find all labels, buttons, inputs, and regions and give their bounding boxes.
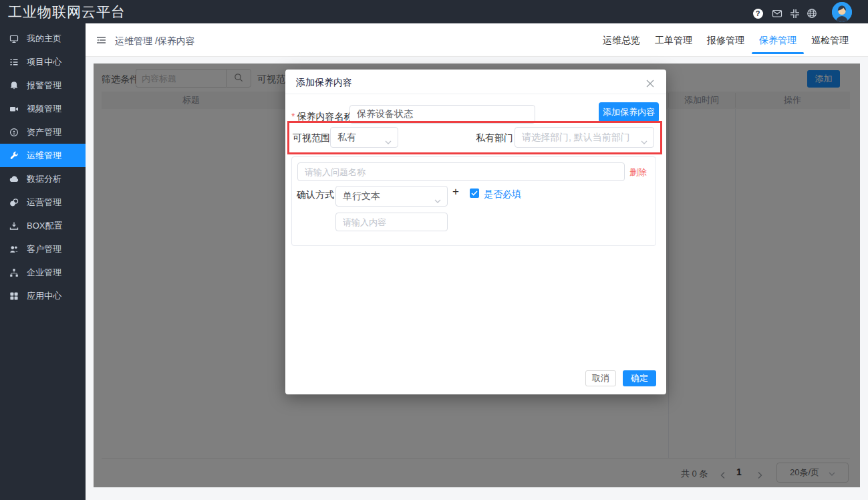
confirm-method-select[interactable]: 单行文本 (335, 186, 448, 207)
tab-ops-overview[interactable]: 运维总览 (595, 23, 647, 57)
sidebar-item-label: 资产管理 (27, 126, 61, 138)
confirm-method-label: 确认方式 (297, 189, 334, 201)
tab-inspection[interactable]: 巡检管理 (804, 23, 856, 57)
cancel-button[interactable]: 取消 (585, 370, 616, 386)
apps-icon (9, 291, 19, 301)
chevron-down-icon (434, 195, 441, 205)
sidebar-item-label: 运维管理 (27, 150, 61, 162)
visible-range-label: 可视范围 (293, 132, 330, 144)
bell-icon (9, 81, 19, 90)
sidebar-item-home[interactable]: 我的主页 (0, 27, 86, 50)
cloud-icon (9, 174, 19, 184)
nav-tabs: 运维总览 工单管理 报修管理 保养管理 巡检管理 (595, 23, 856, 57)
sidebar-item-label: 视频管理 (27, 103, 61, 115)
topbar: 工业物联网云平台 ? (0, 0, 868, 23)
wrench-icon (9, 151, 19, 160)
maintenance-name-input[interactable] (349, 105, 535, 124)
sidebar: 我的主页 项目中心 报警管理 视频管理 资产管理 运维管理 (0, 23, 86, 500)
compress-icon[interactable] (789, 8, 800, 19)
sidebar-item-label: 数据分析 (27, 173, 61, 185)
maintenance-name-label-text: 保养内容名称 (297, 111, 353, 122)
org-icon (9, 268, 19, 277)
maintenance-name-label: *保养内容名称 (291, 111, 353, 123)
sidebar-item-projects[interactable]: 项目中心 (0, 50, 86, 74)
page-header: 运维管理 /保养内容 运维总览 工单管理 报修管理 保养管理 巡检管理 (86, 23, 868, 57)
add-maintenance-content-button[interactable]: 添加保养内容 (599, 102, 659, 122)
sidebar-item-video[interactable]: 视频管理 (0, 97, 86, 120)
sidebar-item-assets[interactable]: 资产管理 (0, 120, 86, 144)
sidebar-item-business[interactable]: 运营管理 (0, 191, 86, 214)
sidebar-item-customers[interactable]: 客户管理 (0, 237, 86, 261)
visible-range-value: 私有 (337, 132, 356, 144)
customers-icon (9, 245, 19, 254)
sidebar-item-label: 企业管理 (27, 267, 61, 279)
required-mark: * (291, 111, 295, 122)
question-content-input[interactable] (335, 213, 448, 231)
question-group-panel: 删除 确认方式 单行文本 + 是否必填 (291, 156, 656, 246)
sidebar-item-label: 报警管理 (27, 80, 61, 92)
sidebar-item-box-config[interactable]: BOX配置 (0, 214, 86, 237)
tab-maintenance[interactable]: 保养管理 (752, 23, 804, 57)
sidebar-menu: 我的主页 项目中心 报警管理 视频管理 资产管理 运维管理 (0, 27, 86, 307)
operation-icon (9, 198, 19, 207)
required-checkbox-label[interactable]: 是否必填 (484, 189, 521, 201)
sidebar-item-label: 应用中心 (27, 290, 61, 302)
sidebar-item-label: 我的主页 (27, 33, 61, 45)
sidebar-item-operations[interactable]: 运维管理 (0, 144, 86, 167)
check-icon (471, 191, 478, 196)
add-maintenance-modal: 添加保养内容 *保养内容名称 添加保养内容 可视范围 私有 私有部门 请选择部门… (285, 70, 666, 394)
confirm-button[interactable]: 确定 (623, 370, 656, 386)
avatar[interactable] (832, 2, 852, 22)
sidebar-item-app-center[interactable]: 应用中心 (0, 284, 86, 307)
sidebar-item-label: 客户管理 (27, 243, 61, 255)
private-dept-label: 私有部门 (476, 132, 513, 144)
breadcrumb: 运维管理 /保养内容 (115, 35, 195, 47)
question-name-input[interactable] (297, 162, 625, 181)
sidebar-item-analytics[interactable]: 数据分析 (0, 167, 86, 191)
sidebar-item-label: 运营管理 (27, 197, 61, 209)
sidebar-item-alarms[interactable]: 报警管理 (0, 74, 86, 97)
chevron-down-icon (385, 136, 392, 146)
modal-title: 添加保养内容 (296, 77, 352, 89)
video-icon (9, 104, 19, 114)
screen: 工业物联网云平台 ? 我的主页 (0, 0, 868, 500)
help-icon[interactable]: ? (752, 8, 763, 19)
sidebar-item-label: 项目中心 (27, 56, 61, 68)
list-icon (9, 57, 19, 67)
tab-work-orders[interactable]: 工单管理 (647, 23, 700, 57)
add-option-button[interactable]: + (452, 185, 459, 199)
mail-icon[interactable] (772, 8, 782, 19)
fold-menu-icon[interactable] (96, 35, 106, 45)
required-checkbox[interactable] (470, 189, 479, 198)
modal-divider (285, 94, 666, 94)
private-dept-placeholder: 请选择部门, 默认当前部门 (522, 132, 630, 144)
asset-icon (9, 128, 19, 137)
chevron-down-icon (641, 136, 647, 146)
app-title: 工业物联网云平台 (8, 3, 126, 21)
private-dept-select[interactable]: 请选择部门, 默认当前部门 (515, 127, 654, 148)
delete-question-link[interactable]: 删除 (629, 166, 647, 178)
sidebar-item-label: BOX配置 (27, 220, 62, 232)
close-icon[interactable] (646, 78, 654, 86)
sidebar-item-enterprise[interactable]: 企业管理 (0, 261, 86, 284)
confirm-method-value: 单行文本 (343, 191, 380, 203)
download-icon (9, 221, 19, 231)
globe-icon[interactable] (807, 8, 817, 19)
desktop-icon (9, 34, 19, 43)
visible-range-select[interactable]: 私有 (330, 127, 398, 148)
tab-repair[interactable]: 报修管理 (700, 23, 752, 57)
